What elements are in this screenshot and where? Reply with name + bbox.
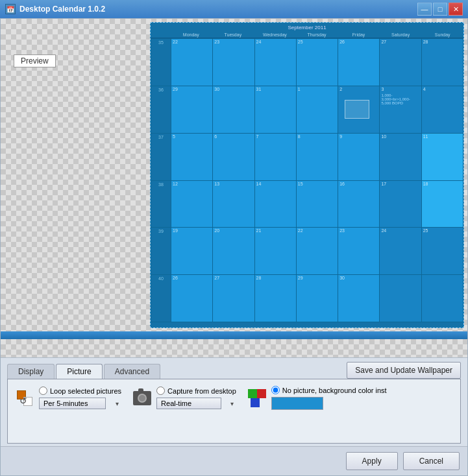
cal-cell — [422, 275, 463, 322]
day-header-wed: Wednesday — [254, 32, 296, 38]
capture-radio[interactable] — [156, 387, 165, 395]
tab-row: Display Picture Advanced Save and Update… — [7, 362, 461, 379]
main-window: Preview September 2011 Monday Tuesday We… — [0, 18, 468, 476]
calendar-visual: September 2011 Monday Tuesday Wednesday … — [150, 22, 464, 328]
preview-area: Preview September 2011 Monday Tuesday We… — [1, 19, 467, 331]
cal-cell: 3 1,000-3,000<br>1,000-5,000 BOPD — [380, 86, 421, 133]
cal-cell: 9 — [338, 134, 379, 180]
camera-icon-container — [132, 388, 153, 409]
cal-cell: 19 — [171, 228, 212, 274]
cal-cell: 14 — [255, 181, 296, 228]
cal-cell: 13 — [213, 181, 254, 228]
cal-cell: 22 — [171, 39, 212, 86]
apply-button[interactable]: Apply — [346, 452, 398, 470]
week-num: 40 — [151, 275, 171, 322]
tab-display[interactable]: Display — [7, 364, 55, 379]
color-swatch[interactable] — [271, 397, 323, 410]
cal-cell: 24 — [255, 39, 296, 86]
options-row: ↺ Loop selected pictures Per 5-minutes P… — [14, 386, 454, 410]
day-header-mon: Monday — [170, 32, 212, 38]
loop-pictures-radio-label[interactable]: Loop selected pictures — [39, 387, 121, 395]
loop-icon: ↺ — [14, 388, 35, 409]
cal-cell: 7 — [255, 134, 296, 180]
week-num: 35 — [151, 39, 171, 86]
cal-cell: 21 — [255, 228, 296, 274]
week-num: 38 — [151, 181, 171, 228]
cal-cell: 28 — [422, 39, 463, 86]
cal-cell: 29 — [171, 86, 212, 133]
cal-cell: 8 — [297, 134, 338, 180]
tab-picture[interactable]: Picture — [56, 364, 102, 379]
week-num: 37 — [151, 134, 171, 180]
cal-cell: 17 — [380, 181, 421, 228]
no-picture-radio-label[interactable]: No picture, background color inst — [271, 386, 387, 394]
capture-radio-label[interactable]: Capture from desktop — [156, 387, 236, 395]
event-indicator — [345, 100, 369, 119]
tab-advanced[interactable]: Advanced — [104, 364, 160, 379]
no-picture-radio[interactable] — [271, 386, 280, 394]
capture-interval-wrapper: Real-time Per 1-minute Per 5-minutes — [156, 398, 236, 409]
camera-icon — [133, 391, 151, 405]
close-button[interactable]: ✕ — [449, 3, 463, 16]
cal-cell: 30 — [338, 275, 379, 322]
cal-cell: 26 — [338, 39, 379, 86]
cal-cell: 30 — [213, 86, 254, 133]
day-header-thu: Thursday — [296, 32, 338, 38]
window-title: Desktop Calendar 1.0.2 — [19, 5, 105, 14]
calendar-day-headers: Monday Tuesday Wednesday Thursday Friday… — [151, 32, 463, 38]
loop-interval-select[interactable]: Per 5-minutes Per 1-minute Per 10-minute… — [39, 398, 106, 409]
color-icon-container — [247, 388, 267, 409]
cal-cell: 25 — [422, 228, 463, 274]
cal-cell: 16 — [338, 181, 379, 228]
cal-cell: 24 — [380, 228, 421, 274]
day-header-fri: Friday — [338, 32, 380, 38]
cal-cell: 27 — [380, 39, 421, 86]
minimize-button[interactable]: — — [417, 3, 432, 16]
week-num: 39 — [151, 228, 171, 274]
options-content: ↺ Loop selected pictures Per 5-minutes P… — [7, 379, 461, 444]
cal-cell: 10 — [380, 134, 421, 180]
options-area: Display Picture Advanced Save and Update… — [1, 357, 467, 446]
cal-cell: 11 — [422, 134, 463, 180]
app-icon: 📅 — [5, 4, 16, 14]
cal-cell — [380, 275, 421, 322]
cal-cell: 12 — [171, 181, 212, 228]
cal-cell: 29 — [297, 275, 338, 322]
capture-group: Capture from desktop Real-time Per 1-min… — [132, 387, 236, 409]
cal-cell: 15 — [297, 181, 338, 228]
loop-interval-wrapper: Per 5-minutes Per 1-minute Per 10-minute… — [39, 398, 121, 409]
cal-cell: 4 — [422, 86, 463, 133]
cal-cell: 20 — [213, 228, 254, 274]
cal-cell-event: 2 — [338, 86, 379, 133]
no-picture-group: No picture, background color inst — [247, 386, 387, 410]
capture-interval-select[interactable]: Real-time Per 1-minute Per 5-minutes — [156, 398, 221, 409]
cal-cell: 27 — [213, 275, 254, 322]
blue-accent-bar — [1, 331, 467, 339]
calendar-bottom-strip — [151, 322, 463, 327]
cal-cell: 26 — [171, 275, 212, 322]
maximize-button[interactable]: □ — [433, 3, 447, 16]
cal-cell: 22 — [297, 228, 338, 274]
day-header-sat: Saturday — [380, 32, 422, 38]
day-header-tue: Tuesday — [212, 32, 254, 38]
cal-cell: 25 — [297, 39, 338, 86]
loop-pictures-radio[interactable] — [39, 387, 47, 395]
cal-cell: 5 — [171, 134, 212, 180]
day-header-sun: Sunday — [421, 32, 463, 38]
loop-pictures-group: ↺ Loop selected pictures Per 5-minutes P… — [14, 387, 121, 409]
cal-cell: 23 — [338, 228, 379, 274]
title-bar: 📅 Desktop Calendar 1.0.2 — □ ✕ — [0, 0, 468, 18]
cal-cell: 28 — [255, 275, 296, 322]
color-icon — [248, 389, 266, 407]
bottom-checkered — [1, 339, 467, 357]
cal-cell: 6 — [213, 134, 254, 180]
cal-cell: 23 — [213, 39, 254, 86]
calendar-month-header: September 2011 — [151, 23, 463, 32]
cal-cell: 1 — [297, 86, 338, 133]
save-wallpaper-button[interactable]: Save and Update Wallpaper — [347, 362, 461, 379]
action-bar: Apply Cancel — [1, 446, 467, 475]
week-num: 36 — [151, 86, 171, 133]
week-col-header — [151, 32, 170, 38]
cancel-button[interactable]: Cancel — [403, 452, 460, 470]
cal-cell: 18 — [422, 181, 463, 228]
